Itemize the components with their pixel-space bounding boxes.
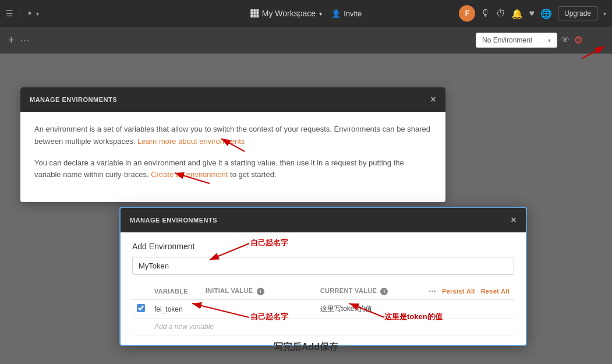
workspace-chevron: ▾	[319, 10, 322, 17]
eye-icon[interactable]: 👁	[561, 35, 570, 45]
bell-icon[interactable]: 🔔	[511, 8, 523, 19]
more-options-button[interactable]: ···	[20, 34, 30, 47]
dialog-fg-title: MANAGE ENVIRONMENTS	[130, 217, 217, 224]
add-variable-row: Add a new variable	[132, 319, 514, 335]
dialog-bg-header: MANAGE ENVIRONMENTS ×	[20, 87, 445, 112]
dialog-bg-para2: You can declare a variable in an environ…	[34, 157, 431, 182]
upgrade-button[interactable]: Upgrade	[558, 6, 597, 20]
dialog-fg-close[interactable]: ×	[511, 215, 517, 225]
variable-name-cell: fei_token	[150, 300, 201, 319]
gear-icon[interactable]: ⚙	[574, 34, 583, 47]
invite-label: Invite	[344, 9, 362, 18]
current-value-cell: 这里写token的值	[316, 300, 407, 319]
action-links: ··· Persist All Reset All	[412, 287, 510, 296]
th-initial-value: INITIAL VALUE i	[201, 283, 316, 300]
env-variables-table: VARIABLE INITIAL VALUE i CURRENT VALUE i…	[132, 283, 514, 335]
th-variable: VARIABLE	[150, 283, 201, 300]
row-actions	[407, 300, 514, 319]
grid-icon	[250, 9, 259, 17]
env-dropdown[interactable]: No Environment ▾	[476, 33, 557, 48]
environment-selector: No Environment ▾ 👁 ⚙	[476, 33, 583, 48]
topnav-chevron: ▾	[36, 10, 39, 17]
row-checkbox-cell[interactable]	[132, 300, 150, 319]
topnav-center: My Workspace ▾ 👤 Invite	[250, 9, 362, 18]
add-env-label: Add Environment	[132, 242, 514, 251]
heart-icon[interactable]: ♥	[529, 8, 535, 19]
avatar[interactable]: F	[459, 5, 475, 22]
env-name-input[interactable]	[132, 257, 514, 275]
dialog-fg-body: Add Environment VARIABLE INITIAL VALUE i…	[121, 232, 526, 345]
mic-icon[interactable]: 🎙	[481, 8, 490, 19]
topnav-icon: ✦	[27, 9, 33, 17]
dialog-bg-body: An environment is a set of variables tha…	[20, 112, 445, 202]
env-value: No Environment	[482, 36, 532, 44]
variable-name: fei_token	[154, 305, 183, 313]
dialog-fg-header: MANAGE ENVIRONMENTS ×	[121, 208, 526, 232]
reset-all-button[interactable]: Reset All	[481, 288, 510, 295]
current-info-icon: i	[380, 288, 388, 295]
create-env-link[interactable]: Create an environment	[151, 170, 228, 179]
bottom-instruction: 写完后Add保存	[190, 341, 423, 354]
add-variable-placeholder[interactable]: Add a new variable	[150, 319, 514, 335]
history-icon[interactable]: ⏱	[496, 8, 505, 19]
manage-environments-dialog-bg: MANAGE ENVIRONMENTS × An environment is …	[20, 87, 445, 202]
menu-icon[interactable]: ☰	[6, 9, 13, 18]
dialog-bg-title: MANAGE ENVIRONMENTS	[30, 96, 117, 103]
globe-icon[interactable]: 🌐	[540, 8, 552, 19]
topnav-divider: |	[19, 9, 21, 17]
workspace-button[interactable]: My Workspace ▾	[250, 9, 322, 18]
workspace-label: My Workspace	[262, 9, 316, 18]
variable-checkbox[interactable]	[137, 304, 145, 312]
upgrade-chevron: ▾	[603, 10, 606, 17]
current-value: 这里写token的值	[320, 305, 372, 313]
th-checkbox	[132, 283, 150, 300]
initial-value-input[interactable]	[206, 305, 311, 313]
learn-more-link[interactable]: Learn more about environments	[137, 137, 245, 146]
table-header-row: VARIABLE INITIAL VALUE i CURRENT VALUE i…	[132, 283, 514, 300]
initial-value-cell[interactable]	[201, 300, 316, 319]
th-actions: ··· Persist All Reset All	[407, 283, 514, 300]
toolbar: + ··· No Environment ▾ 👁 ⚙	[0, 27, 612, 54]
initial-info-icon: i	[257, 288, 264, 295]
invite-icon: 👤	[331, 9, 341, 18]
env-chevron: ▾	[548, 37, 551, 44]
add-tab-button[interactable]: +	[8, 34, 15, 47]
manage-environments-dialog-fg: MANAGE ENVIRONMENTS × Add Environment VA…	[119, 207, 527, 346]
th-current-value: CURRENT VALUE i	[316, 283, 407, 300]
topnav-left: ☰ | ✦ ▾	[6, 9, 39, 18]
dialog-bg-para1: An environment is a set of variables tha…	[34, 123, 431, 148]
invite-button[interactable]: 👤 Invite	[331, 9, 362, 18]
table-more-icon[interactable]: ···	[429, 287, 436, 296]
persist-all-button[interactable]: Persist All	[442, 288, 475, 295]
dialog-bg-close[interactable]: ×	[430, 94, 436, 105]
topnav-right: F 🎙 ⏱ 🔔 ♥ 🌐 Upgrade ▾	[459, 5, 606, 22]
top-navigation: ☰ | ✦ ▾ My Workspace ▾ 👤 Invite F 🎙 ⏱ 🔔 …	[0, 0, 612, 27]
table-row: fei_token 这里写token的值	[132, 300, 514, 319]
